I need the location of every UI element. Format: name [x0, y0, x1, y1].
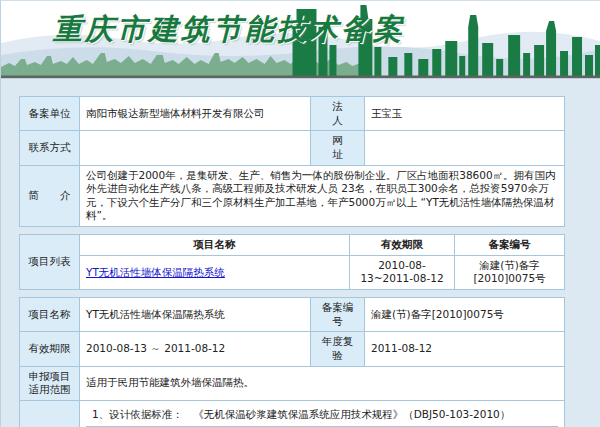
website-label: 网 址: [311, 131, 365, 165]
column-header-filing-number: 备案编号: [455, 235, 565, 256]
project-list-table: 项目列表 项目名称 有效期限 备案编号 YT无机活性墙体保温隔热系统 2010-…: [19, 234, 565, 290]
table-row: 有效期限 2010-08-13 ～ 2011-08-12 年度复验 2011-0…: [20, 332, 565, 366]
annual-recheck-value: 2011-08-12: [365, 332, 565, 366]
column-header-valid-period: 有效期限: [350, 235, 455, 256]
filing-unit-value: 南阳市银达新型墙体材料开发有限公司: [80, 97, 311, 131]
scope-label: 申报项目 适用范围: [20, 366, 80, 400]
contact-label: 联系方式: [20, 131, 80, 165]
valid-period-value: 2010-08-13 ～ 2011-08-12: [80, 332, 311, 366]
scope-value: 适用于民用节能建筑外墙保温隔热。: [80, 366, 565, 400]
table-row: 申报项目 适用范围 适用于民用节能建筑外墙保温隔热。: [20, 366, 565, 400]
filing-number-label: 备案编号: [311, 298, 365, 332]
page-title: 重庆市建筑节能技术备案: [53, 10, 405, 50]
website-value: [365, 131, 565, 165]
project-list-label: 项目列表: [20, 235, 80, 290]
table-row: 项目名称 YT无机活性墙体保温隔热系统 备案编号 渝建(节)备字[2010]00…: [20, 298, 565, 332]
standards-label: 申报项目 执行标准: [20, 400, 80, 427]
table-row: 联系方式 网 址: [20, 131, 565, 165]
table-row: 简 介 公司创建于2000年，是集研发、生产、销售为一体的股份制企业。厂区占地面…: [20, 165, 565, 227]
project-name-label: 项目名称: [20, 298, 80, 332]
intro-label: 简 介: [20, 165, 80, 227]
project-name-value: YT无机活性墙体保温隔热系统: [80, 298, 311, 332]
filing-unit-label: 备案单位: [20, 97, 80, 131]
valid-period-label: 有效期限: [20, 332, 80, 366]
company-info-table: 备案单位 南阳市银达新型墙体材料开发有限公司 法 人 王宝玉 联系方式 网 址 …: [19, 96, 565, 227]
filing-number-value: 渝建(节)备字[2010]0075号: [365, 298, 565, 332]
table-row: YT无机活性墙体保温隔热系统 2010-08-13~2011-08-12 渝建(…: [20, 255, 565, 289]
standard-item-design: 1、设计依据标准： 《无机保温砂浆建筑保温系统应用技术规程》（DBJ50-103…: [86, 404, 558, 427]
contact-value: [80, 131, 311, 165]
intro-value: 公司创建于2000年，是集研发、生产、销售为一体的股份制企业。厂区占地面积386…: [80, 165, 565, 227]
column-header-project-name: 项目名称: [80, 235, 350, 256]
page-container: 重庆市建筑节能技术备案 备案单位 南阳市银达新型墙体材料开发有限公司 法 人 王…: [0, 0, 600, 427]
annual-recheck-label: 年度复验: [311, 332, 365, 366]
project-name-link[interactable]: YT无机活性墙体保温隔热系统: [86, 266, 225, 278]
project-number-value: 渝建(节)备字[2010]0075号: [455, 255, 565, 289]
table-row: 项目列表 项目名称 有效期限 备案编号: [20, 235, 565, 256]
project-detail-table: 项目名称 YT无机活性墙体保温隔热系统 备案编号 渝建(节)备字[2010]00…: [19, 297, 565, 427]
project-period-value: 2010-08-13~2011-08-12: [350, 255, 455, 289]
table-row: 申报项目 执行标准 1、设计依据标准： 《无机保温砂浆建筑保温系统应用技术规程》…: [20, 400, 565, 427]
page-banner: 重庆市建筑节能技术备案: [1, 1, 600, 79]
legal-person-value: 王宝玉: [365, 97, 565, 131]
standards-cell: 1、设计依据标准： 《无机保温砂浆建筑保温系统应用技术规程》（DBJ50-103…: [80, 400, 565, 427]
legal-person-label: 法 人: [311, 97, 365, 131]
content-area: 备案单位 南阳市银达新型墙体材料开发有限公司 法 人 王宝玉 联系方式 网 址 …: [1, 79, 600, 427]
table-row: 备案单位 南阳市银达新型墙体材料开发有限公司 法 人 王宝玉: [20, 97, 565, 131]
